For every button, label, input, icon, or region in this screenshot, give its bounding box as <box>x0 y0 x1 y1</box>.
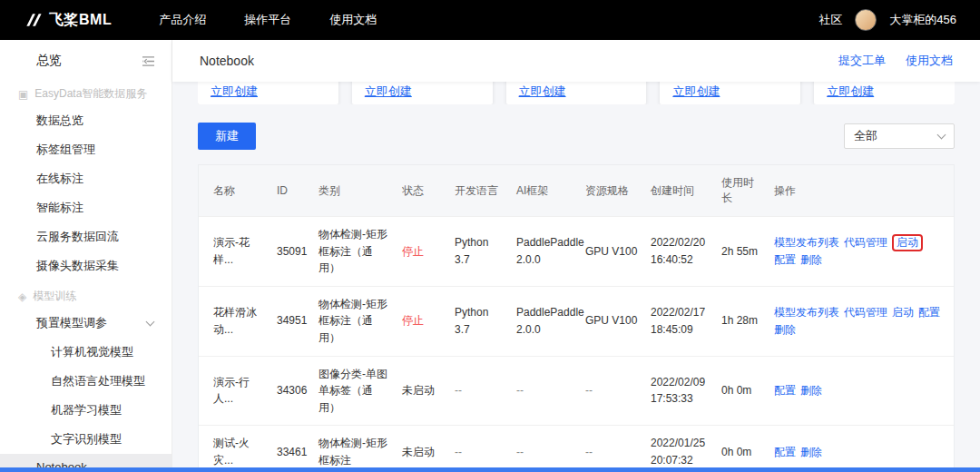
cell-actions: 配置删除 <box>769 356 954 426</box>
cell-category: 物体检测-矩形框标注（通用） <box>313 217 397 287</box>
action-delete[interactable]: 删除 <box>774 323 796 336</box>
brand-logo[interactable]: 飞桨BML <box>24 11 112 30</box>
submit-ticket-link[interactable]: 提交工单 <box>838 53 886 69</box>
action-delete[interactable]: 删除 <box>800 446 822 458</box>
action-delete[interactable]: 删除 <box>800 384 822 397</box>
cell-duration: 0h 0m <box>716 426 769 472</box>
cell-spec: -- <box>580 426 645 472</box>
main-area: Notebook 提交工单 使用文档 立即创建 立即创建 立即创建 立即创建 立… <box>172 40 980 472</box>
sidebar-item-cv-model[interactable]: 计算机视觉模型 <box>0 338 172 367</box>
table-row: 花样滑冰动... 34951 物体检测-矩形框标注（通用） 停止 Python … <box>199 286 954 356</box>
cell-spec: GPU V100 <box>580 217 645 287</box>
status-badge: 停止 <box>397 217 449 287</box>
sidebar: 总览 ▣ EasyData智能数据服务 数据总览 标签组管理 在线标注 智能标注… <box>0 40 172 472</box>
action-start[interactable]: 启动 <box>897 236 918 249</box>
create-card: 立即创建 <box>814 82 955 104</box>
action-start[interactable]: 启动 <box>892 306 914 319</box>
sidebar-collapse-icon[interactable] <box>142 55 155 67</box>
sidebar-item-ml-model[interactable]: 机器学习模型 <box>0 396 172 425</box>
nav-item-platform[interactable]: 操作平台 <box>244 12 291 28</box>
sidebar-item-overview[interactable]: 总览 <box>36 53 62 69</box>
col-spec: 资源规格 <box>580 165 645 217</box>
sidebar-item-online-annotation[interactable]: 在线标注 <box>0 164 172 193</box>
sidebar-item-nlp-model[interactable]: 自然语言处理模型 <box>0 367 172 396</box>
brand-name: 飞桨BML <box>49 11 112 30</box>
status-badge: 停止 <box>397 286 449 356</box>
training-group-label: 模型训练 <box>33 289 76 304</box>
table-row: 演示-花样... 35091 物体检测-矩形框标注（通用） 停止 Python … <box>199 217 954 287</box>
cell-spec: GPU V100 <box>580 286 645 356</box>
col-created: 创建时间 <box>645 165 716 217</box>
cell-category: 物体检测-矩形框标注（通用） <box>313 286 397 356</box>
action-model-publish-list[interactable]: 模型发布列表 <box>774 306 839 319</box>
sidebar-item-label-group[interactable]: 标签组管理 <box>0 135 172 164</box>
content-area: 立即创建 立即创建 立即创建 立即创建 立即创建 新建 全部 <box>172 82 980 472</box>
col-category: 类别 <box>313 165 397 217</box>
cell-id: 35091 <box>271 217 313 287</box>
cell-category: 物体检测-矩形框标注 <box>313 426 397 472</box>
create-now-link[interactable]: 立即创建 <box>519 84 566 100</box>
username-label[interactable]: 大掌柜的456 <box>889 12 956 28</box>
sidebar-group-easydata: ▣ EasyData智能数据服务 <box>0 78 172 106</box>
main-nav: 产品介绍 操作平台 使用文档 <box>159 12 377 28</box>
cell-actions: 模型发布列表代码管理启动配置删除 <box>769 286 954 356</box>
sidebar-item-cloud-data-reflow[interactable]: 云服务数据回流 <box>0 222 172 251</box>
sidebar-item-smart-annotation[interactable]: 智能标注 <box>0 193 172 222</box>
action-model-publish-list[interactable]: 模型发布列表 <box>774 236 839 249</box>
sidebar-item-data-overview[interactable]: 数据总览 <box>0 106 172 135</box>
create-cards-strip: 立即创建 立即创建 立即创建 立即创建 立即创建 <box>198 82 955 104</box>
cell-framework: -- <box>511 426 580 472</box>
new-button[interactable]: 新建 <box>198 123 256 150</box>
create-now-link[interactable]: 立即创建 <box>211 84 258 100</box>
cell-actions: 模型发布列表代码管理启动配置删除 <box>769 217 954 287</box>
filter-dropdown[interactable]: 全部 <box>844 123 955 149</box>
nav-community-link[interactable]: 社区 <box>818 12 842 28</box>
col-status: 状态 <box>397 165 449 217</box>
cell-id: 34306 <box>271 356 313 426</box>
docs-link[interactable]: 使用文档 <box>906 53 953 69</box>
user-avatar[interactable] <box>855 9 877 31</box>
cell-framework: PaddlePaddle 2.0.0 <box>511 286 580 356</box>
easydata-group-label: EasyData智能数据服务 <box>34 86 147 102</box>
sidebar-group-training: ◈ 模型训练 <box>0 280 172 309</box>
cell-actions: 配置删除 <box>769 426 954 472</box>
cell-created: 2022/01/25 20:07:32 <box>645 426 716 472</box>
notebook-table: 名称 ID 类别 状态 开发语言 AI框架 资源规格 创建时间 使用时长 操作 <box>199 165 954 472</box>
sidebar-item-preset-tuning[interactable]: 预置模型调参 <box>0 309 172 338</box>
create-now-link[interactable]: 立即创建 <box>672 84 720 100</box>
cell-category: 图像分类-单图单标签（通用） <box>313 356 397 426</box>
cell-duration: 1h 28m <box>716 286 769 356</box>
easydata-group-icon: ▣ <box>18 88 28 101</box>
cell-language: Python 3.7 <box>449 286 511 356</box>
create-now-link[interactable]: 立即创建 <box>365 84 412 100</box>
create-card: 立即创建 <box>506 82 647 104</box>
nav-item-docs[interactable]: 使用文档 <box>329 12 377 28</box>
action-code-manage[interactable]: 代码管理 <box>844 236 887 249</box>
sidebar-item-camera-collection[interactable]: 摄像头数据采集 <box>0 251 172 280</box>
filter-value: 全部 <box>854 128 877 144</box>
col-framework: AI框架 <box>511 165 580 217</box>
col-actions: 操作 <box>769 165 954 217</box>
nav-item-product[interactable]: 产品介绍 <box>159 12 206 28</box>
action-config[interactable]: 配置 <box>774 384 796 397</box>
page-header: Notebook 提交工单 使用文档 <box>172 40 980 82</box>
action-delete[interactable]: 删除 <box>800 253 822 266</box>
cell-language: -- <box>449 356 511 426</box>
cell-framework: PaddlePaddle 2.0.0 <box>511 217 580 287</box>
action-config[interactable]: 配置 <box>918 306 940 319</box>
table-row: 演示-行人... 34306 图像分类-单图单标签（通用） 未启动 -- -- … <box>199 356 954 426</box>
create-card: 立即创建 <box>660 82 800 104</box>
action-config[interactable]: 配置 <box>774 446 796 458</box>
create-now-link[interactable]: 立即创建 <box>827 84 874 100</box>
cell-created: 2022/02/20 16:40:52 <box>645 217 716 287</box>
action-config[interactable]: 配置 <box>774 253 796 266</box>
create-card: 立即创建 <box>198 82 338 104</box>
cell-duration: 0h 0m <box>716 356 769 426</box>
action-code-manage[interactable]: 代码管理 <box>844 306 887 319</box>
cell-id: 34951 <box>271 286 313 356</box>
annotation-highlight-box: 启动 <box>892 234 923 252</box>
cell-created: 2022/02/17 18:45:09 <box>645 286 716 356</box>
status-badge: 未启动 <box>397 426 449 472</box>
col-name: 名称 <box>199 165 271 217</box>
sidebar-item-ocr-model[interactable]: 文字识别模型 <box>0 425 172 454</box>
